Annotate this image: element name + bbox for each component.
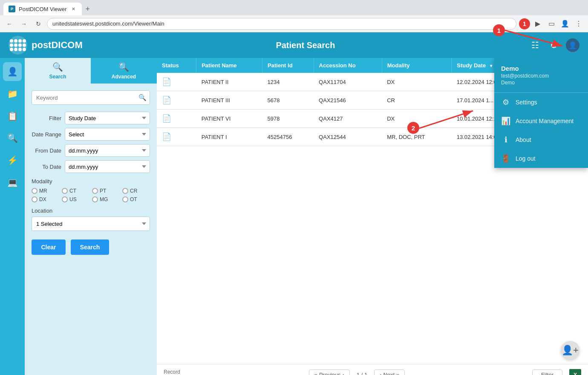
to-date-row: To Date dd.mm.yyyy <box>32 160 150 173</box>
modality-dx-radio[interactable] <box>32 196 37 202</box>
excel-export-button[interactable]: X <box>569 369 581 375</box>
dropdown-account-management[interactable]: 📊 Account Management <box>494 112 588 130</box>
patient-name-cell: PATIENT II <box>196 73 262 91</box>
modality-label: Modality <box>32 178 150 185</box>
clear-button[interactable]: Clear <box>32 239 66 255</box>
sidebar-item-folder[interactable]: 📁 <box>3 84 22 103</box>
location-select[interactable]: 1 Selected <box>32 216 150 231</box>
filter-row: Filter Study Date Patient Name Patient I… <box>32 112 150 124</box>
patient-name-cell: PATIENT I <box>196 128 262 146</box>
keyword-input[interactable] <box>32 90 150 105</box>
col-status[interactable]: Status <box>157 58 196 73</box>
modality-ot-radio[interactable] <box>122 196 128 202</box>
logout-menu-icon: 🚪 <box>501 154 510 163</box>
add-patient-button[interactable]: 👤+ <box>561 341 579 360</box>
accession-no-cell: QAX4127 <box>314 110 382 128</box>
new-tab-button[interactable]: + <box>82 3 93 15</box>
back-button[interactable]: ← <box>3 18 15 30</box>
modality-cr[interactable]: CR <box>122 188 150 194</box>
annotation-circle-2: 2 <box>407 122 419 134</box>
col-patient-id[interactable]: Patient Id <box>262 58 314 73</box>
modality-mg[interactable]: MG <box>92 196 120 202</box>
modality-ot[interactable]: OT <box>122 196 150 202</box>
more-options-button[interactable]: ⋮ <box>573 18 585 30</box>
from-date-label: From Date <box>32 147 61 154</box>
active-tab[interactable]: P PostDICOM Viewer ✕ <box>3 3 82 15</box>
address-bar[interactable] <box>47 18 516 30</box>
reload-button[interactable]: ↻ <box>32 18 44 30</box>
previous-button[interactable]: « Previous ‹ <box>309 369 350 375</box>
filter-label: Filter <box>32 115 61 121</box>
patient-name-cell: PATIENT III <box>196 91 262 110</box>
col-modality[interactable]: Modality <box>382 58 452 73</box>
modality-ct[interactable]: CT <box>62 188 89 194</box>
modality-pt-radio[interactable] <box>92 188 98 194</box>
sidebar-item-monitor[interactable]: 💻 <box>3 173 22 192</box>
dropdown-logout[interactable]: 🚪 Log out <box>494 149 588 168</box>
dropdown-settings[interactable]: ⚙ Settings <box>494 93 588 112</box>
location-label: Location <box>32 208 150 214</box>
modality-cell: CR <box>382 91 452 110</box>
modality-ct-label: CT <box>69 188 76 194</box>
tab-search[interactable]: 🔍 Search <box>25 58 91 84</box>
tab-advanced[interactable]: 🔍 Advanced <box>91 58 157 84</box>
modality-pt[interactable]: PT <box>92 188 120 194</box>
sidebar-item-analytics[interactable]: ⚡ <box>3 151 22 170</box>
profile-button[interactable]: 👤 <box>559 18 571 30</box>
dropdown-about[interactable]: ℹ About <box>494 130 588 149</box>
pagination-bar: Record 4 (1 - 4) « Previous ‹ 1 / 1 › Ne… <box>157 364 588 375</box>
sidebar-item-reports[interactable]: 📋 <box>3 107 22 125</box>
status-icon: 📄 <box>162 133 171 141</box>
advanced-tab-label: Advanced <box>112 74 136 80</box>
modality-mr[interactable]: MR <box>32 188 59 194</box>
split-screen-button[interactable]: ▭ <box>545 18 557 30</box>
page-info: 1 / 1 <box>357 372 367 375</box>
filter-button[interactable]: Filter <box>532 369 562 375</box>
from-date-select[interactable]: dd.mm.yyyy <box>65 144 150 157</box>
header-actions: ☷ ⚙ 👤 <box>528 38 579 52</box>
modality-us[interactable]: US <box>62 196 89 202</box>
cast-button[interactable]: ▶ <box>532 18 544 30</box>
tab-close-icon[interactable]: ✕ <box>70 6 77 12</box>
dropdown-role: Demo <box>501 80 581 86</box>
previous-arrow-icon: ‹ <box>342 372 344 375</box>
modality-cr-label: CR <box>130 188 137 194</box>
accession-no-cell: QAX21546 <box>314 91 382 110</box>
col-accession-no[interactable]: Accession No <box>314 58 382 73</box>
search-tab-icon: 🔍 <box>52 62 63 72</box>
tab-favicon: P <box>9 6 15 12</box>
modality-section: Modality MR CT PT <box>32 178 150 202</box>
modality-mg-label: MG <box>100 196 108 202</box>
next-icon: » <box>396 372 399 375</box>
settings-icon[interactable]: ⚙ <box>547 38 561 52</box>
modality-mr-radio[interactable] <box>32 188 37 194</box>
next-button[interactable]: › Next » <box>374 369 405 375</box>
sort-icon[interactable]: ☷ <box>528 38 542 52</box>
filter-select[interactable]: Study Date Patient Name Patient Id <box>65 112 150 124</box>
modality-ct-radio[interactable] <box>62 188 68 194</box>
modality-cell: DX <box>382 73 452 91</box>
date-range-label: Date Range <box>32 131 61 138</box>
notification-button[interactable]: 1 <box>519 18 530 29</box>
about-menu-label: About <box>516 136 531 143</box>
to-date-select[interactable]: dd.mm.yyyy <box>65 160 150 173</box>
logout-menu-label: Log out <box>516 155 536 162</box>
advanced-tab-icon: 🔍 <box>118 62 129 72</box>
forward-button[interactable]: → <box>18 18 30 30</box>
keyword-search-icon: 🔍 <box>138 94 147 101</box>
modality-dx[interactable]: DX <box>32 196 59 202</box>
col-patient-name[interactable]: Patient Name <box>196 58 262 73</box>
tab-title: PostDICOM Viewer <box>19 6 66 12</box>
search-button[interactable]: Search <box>71 239 109 255</box>
status-icon: 📄 <box>162 78 171 86</box>
date-range-select[interactable]: Select Today Last 7 Days Last Month <box>65 128 150 141</box>
search-tab-label: Search <box>49 74 66 80</box>
modality-us-radio[interactable] <box>62 196 68 202</box>
sidebar-item-search-studies[interactable]: 🔍 <box>3 129 22 147</box>
user-avatar[interactable]: 👤 <box>566 38 579 52</box>
next-label: Next <box>383 372 395 375</box>
search-tabs: 🔍 Search 🔍 Advanced <box>25 58 157 84</box>
modality-mg-radio[interactable] <box>92 196 98 202</box>
modality-cr-radio[interactable] <box>122 188 128 194</box>
sidebar-item-patients[interactable]: 👤 <box>3 62 22 81</box>
